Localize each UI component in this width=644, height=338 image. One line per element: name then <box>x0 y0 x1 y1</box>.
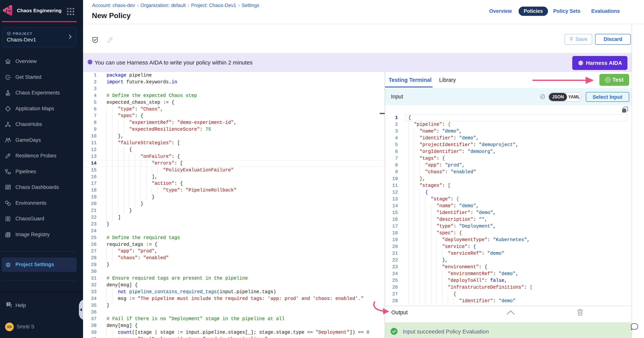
svg-text:?: ? <box>8 302 9 305</box>
